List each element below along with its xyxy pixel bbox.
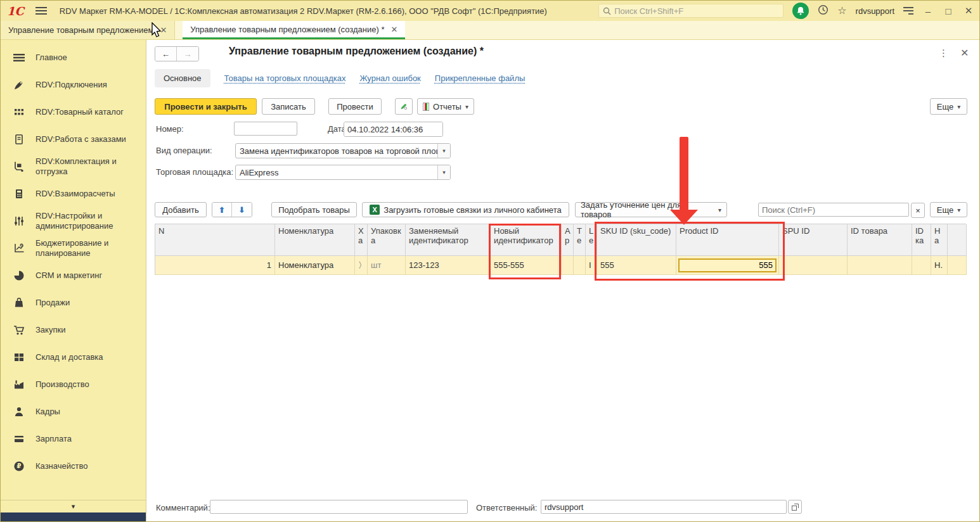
table-cell-9[interactable]: 555 (597, 256, 676, 275)
sidebar-item-0[interactable]: Главное (1, 44, 146, 71)
sidebar-item-9[interactable]: Продажи (1, 289, 146, 316)
1c-logo: 1С (7, 4, 24, 18)
sidebar-item-1[interactable]: RDV:Подключения (1, 71, 146, 98)
table-cell-3[interactable]: шт (368, 256, 406, 275)
column-header-11[interactable]: SPU ID (779, 224, 848, 256)
table-cell-6[interactable] (562, 256, 574, 275)
column-header-13[interactable]: ID ка (912, 224, 931, 256)
column-header-14[interactable]: Н а (931, 224, 948, 256)
sidebar-item-4[interactable]: RDV:Комплектация и отгрузка (1, 153, 146, 180)
nav-link-attached-files[interactable]: Прикрепленные файлы (435, 73, 525, 83)
sidebar-item-14[interactable]: Зарплата (1, 425, 146, 452)
history-icon[interactable] (818, 4, 828, 17)
add-row-button[interactable]: Добавить (155, 202, 207, 217)
column-header-15[interactable] (948, 224, 967, 256)
tab-offer-management-create[interactable]: Управление товарным предложением (создан… (183, 21, 405, 39)
table-cell-2[interactable]: 〉 (355, 256, 368, 275)
forward-button[interactable]: → (177, 47, 198, 61)
sidebar-item-7[interactable]: ₽Бюджетирование и планирование (1, 234, 146, 262)
column-header-10[interactable]: Product ID (676, 224, 779, 256)
column-header-4[interactable]: Заменяемый идентификатор (406, 224, 491, 256)
move-down-icon[interactable]: ⬇ (232, 203, 252, 217)
chevron-down-icon[interactable]: ▾ (437, 144, 450, 158)
favorites-star-icon[interactable]: ☆ (837, 6, 846, 16)
sidebar-item-3[interactable]: RDV:Работа с заказами (1, 125, 146, 153)
sidebar-expander[interactable]: ▾ (1, 500, 146, 512)
notifications-bell-icon[interactable] (792, 3, 809, 19)
sidebar-item-6[interactable]: RDV:Настройки и администрирование (1, 207, 146, 234)
column-header-5[interactable]: Новый идентификатор (491, 224, 562, 256)
chevron-down-icon[interactable]: ▾ (437, 165, 450, 179)
table-cell-13[interactable] (912, 256, 931, 275)
sidebar-item-10[interactable]: Закупки (1, 316, 146, 343)
sidebar-item-2[interactable]: RDV:Товарный каталог (1, 98, 146, 125)
tab-close-icon[interactable]: ✕ (390, 25, 397, 34)
table-cell-1[interactable]: Номенклатура (275, 256, 355, 275)
set-price-refinement-button[interactable]: Задать уточнение цен для товаров ▾ (575, 202, 727, 217)
table-cell-14[interactable]: Н. (931, 256, 948, 275)
main-menu-icon[interactable] (35, 7, 47, 15)
clear-search-button[interactable]: × (911, 203, 925, 218)
column-header-0[interactable]: N (155, 224, 275, 256)
table-cell-12[interactable] (848, 256, 912, 275)
salary-icon (13, 433, 25, 445)
post-pencil-icon-button[interactable] (395, 98, 413, 115)
minimize-button[interactable]: – (922, 6, 934, 16)
responsible-choose-button[interactable] (788, 500, 802, 514)
post-button[interactable]: Провести (328, 98, 382, 115)
sidebar-item-5[interactable]: RDV:Взаиморасчеты (1, 180, 146, 207)
number-input[interactable] (234, 122, 297, 136)
sidebar-item-12[interactable]: Производство (1, 371, 146, 398)
table-more-button[interactable]: Еще ▾ (930, 202, 967, 217)
sidebar-item-11[interactable]: Склад и доставка (1, 343, 146, 371)
back-button[interactable]: ← (155, 47, 177, 61)
column-header-12[interactable]: ID товара (848, 224, 912, 256)
responsible-input[interactable] (541, 500, 787, 514)
table-cell-10[interactable] (676, 256, 779, 275)
column-header-1[interactable]: Номенклатура (275, 224, 355, 256)
reports-button[interactable]: Отчеты ▾ (417, 98, 474, 115)
service-menu-icon[interactable] (903, 7, 913, 15)
table-cell-15[interactable] (948, 256, 967, 275)
move-up-icon[interactable]: ⬆ (212, 203, 232, 217)
form-menu-kebab-icon[interactable]: ⋮ (939, 48, 948, 59)
nav-link-error-log[interactable]: Журнал ошибок (359, 73, 420, 83)
table-cell-0[interactable]: 1 (155, 256, 275, 275)
column-header-3[interactable]: Упаковка (368, 224, 406, 256)
column-header-7[interactable]: Т е (574, 224, 586, 256)
table-search-input[interactable] (758, 203, 909, 217)
date-input[interactable] (344, 122, 443, 136)
close-window-button[interactable]: ✕ (963, 5, 974, 16)
product-id-edit-input[interactable] (678, 258, 777, 272)
global-search-input[interactable] (614, 6, 779, 16)
table-cell-5[interactable]: 555-555 (491, 256, 562, 275)
responsible-label: Ответственный: (476, 503, 537, 512)
current-user[interactable]: rdvsupport (856, 6, 894, 16)
column-header-8[interactable]: L е (586, 224, 597, 256)
pick-products-button[interactable]: Подобрать товары (271, 202, 357, 217)
global-search[interactable] (598, 4, 783, 18)
column-header-2[interactable]: Х а (355, 224, 368, 256)
save-button[interactable]: Записать (262, 98, 315, 115)
sidebar-item-8[interactable]: CRM и маркетинг (1, 262, 146, 289)
marketplace-combo[interactable]: AliExpress ▾ (235, 165, 451, 180)
table-cell-4[interactable]: 123-123 (406, 256, 491, 275)
column-header-9[interactable]: SKU ID (sku_code) (597, 224, 676, 256)
table-row[interactable]: 1Номенклатура〉шт123-123555-555I555Н. (155, 256, 966, 275)
comment-input[interactable] (210, 500, 468, 514)
nav-link-marketplace-products[interactable]: Товары на торговых площадках (224, 73, 346, 83)
operation-type-combo[interactable]: Замена идентификаторов товаров на торгов… (235, 143, 451, 158)
sidebar-item-15[interactable]: ₽Казначейство (1, 452, 146, 480)
form-more-button[interactable]: Еще ▾ (930, 98, 967, 115)
nav-tab-main[interactable]: Основное (155, 69, 210, 87)
form-close-icon[interactable]: ✕ (960, 47, 969, 59)
sidebar-item-13[interactable]: Кадры (1, 398, 146, 425)
table-cell-11[interactable] (779, 256, 848, 275)
post-and-close-button[interactable]: Провести и закрыть (155, 98, 257, 115)
maximize-button[interactable]: □ (943, 6, 954, 16)
table-cell-8[interactable]: I (586, 256, 597, 275)
tab-offer-management[interactable]: Управление товарным предложением ✕ (1, 21, 175, 39)
load-links-button[interactable]: X Загрузить готовые связки из личного ка… (362, 202, 569, 217)
column-header-6[interactable]: А р (562, 224, 574, 256)
table-cell-7[interactable] (574, 256, 586, 275)
